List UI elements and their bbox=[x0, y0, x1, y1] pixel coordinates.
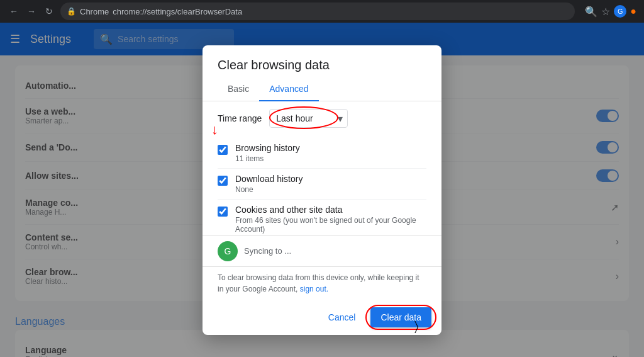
clear-browsing-data-dialog: Clear browsing data Basic Advanced Time … bbox=[203, 45, 441, 335]
download-history-checkbox[interactable] bbox=[218, 176, 228, 186]
time-range-select-wrapper: Last hour Last 24 hours Last 7 days Last… bbox=[269, 109, 348, 128]
clear-data-button[interactable]: Clear data bbox=[370, 307, 431, 327]
lock-icon: 🔒 bbox=[67, 7, 76, 16]
browsing-history-checkbox[interactable] bbox=[218, 145, 228, 155]
checkbox-label: Browsing history bbox=[235, 143, 300, 153]
dialog-header: Clear browsing data bbox=[203, 45, 441, 77]
checkbox-label: Cookies and other site data bbox=[235, 205, 426, 215]
tab-basic[interactable]: Basic bbox=[218, 77, 259, 101]
profile-icon[interactable]: G bbox=[614, 5, 626, 18]
cancel-button[interactable]: Cancel bbox=[318, 307, 366, 327]
dialog-actions: Cancel Clear data 〉 bbox=[203, 302, 441, 335]
arrow-annotation: ↓ bbox=[211, 122, 218, 138]
forward-button[interactable]: → bbox=[25, 5, 38, 18]
browser-chrome: ← → ↻ 🔒 Chrome chrome://settings/clearBr… bbox=[0, 0, 644, 23]
reload-button[interactable]: ↻ bbox=[43, 5, 55, 18]
checkbox-row-browsing-history: Browsing history 11 items bbox=[218, 138, 426, 169]
clear-button-wrapper: Clear data 〉 bbox=[370, 307, 431, 327]
time-range-select[interactable]: Last hour Last 24 hours Last 7 days Last… bbox=[269, 109, 348, 128]
settings-page: ☰ Settings 🔍 Automatio... Use a web... S… bbox=[0, 23, 644, 357]
dialog-footer-text: To clear browsing data from this device … bbox=[203, 266, 441, 302]
star-icon[interactable]: ☆ bbox=[601, 6, 610, 18]
search-icon[interactable]: 🔍 bbox=[585, 6, 597, 18]
back-button[interactable]: ← bbox=[8, 5, 20, 18]
checkbox-detail: 11 items bbox=[235, 154, 300, 163]
tab-advanced[interactable]: Advanced bbox=[259, 77, 318, 101]
dialog-sync-row: G Syncing to ... bbox=[203, 235, 441, 266]
dialog-overlay: Clear browsing data Basic Advanced Time … bbox=[0, 23, 644, 357]
dialog-tabs: Basic Advanced bbox=[203, 77, 441, 101]
checkbox-label: Download history bbox=[235, 174, 303, 184]
checkbox-row-cookies: Cookies and other site data From 46 site… bbox=[218, 200, 426, 235]
address-url: chrome://settings/clearBrowserData bbox=[113, 7, 242, 16]
checkbox-detail: None bbox=[235, 185, 303, 194]
time-range-label: Time range bbox=[218, 113, 262, 123]
dialog-body: Time range Last hour Last 24 hours Last … bbox=[203, 101, 441, 235]
dialog-title: Clear browsing data bbox=[218, 58, 426, 72]
time-range-row: Time range Last hour Last 24 hours Last … bbox=[218, 109, 426, 128]
avatar: G bbox=[218, 241, 238, 261]
cookies-checkbox[interactable] bbox=[218, 207, 228, 217]
sign-out-link[interactable]: sign out. bbox=[300, 285, 328, 293]
browser-actions: 🔍 ☆ G ● bbox=[585, 5, 636, 18]
sync-text: Syncing to ... bbox=[244, 246, 291, 256]
browser-title: Chrome bbox=[80, 7, 109, 16]
checkbox-detail: From 46 sites (you won't be signed out o… bbox=[235, 216, 426, 234]
extension-icon[interactable]: ● bbox=[630, 6, 636, 17]
checkbox-row-download-history: Download history None bbox=[218, 169, 426, 200]
address-bar[interactable]: 🔒 Chrome chrome://settings/clearBrowserD… bbox=[60, 3, 575, 20]
